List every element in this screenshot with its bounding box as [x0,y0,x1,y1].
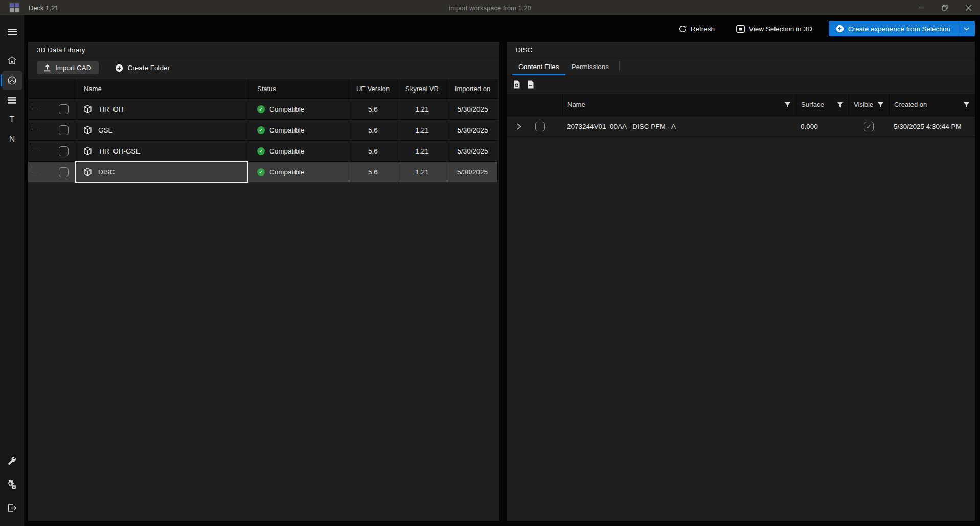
plus-circle-icon [115,64,123,72]
filter-icon[interactable] [837,102,844,108]
library-panel-title: 3D Data Library [28,42,499,58]
row-ue-version: 5.6 [349,120,397,140]
create-folder-button[interactable]: Create Folder [112,61,173,75]
view-selection-3d-label: View Selection in 3D [749,25,812,33]
row-name: TIR_OH-GSE [98,147,141,155]
sidebar-item-tools[interactable] [2,451,22,470]
sidebar-item-list[interactable] [2,91,22,109]
tab-permissions[interactable]: Permissions [565,59,616,75]
restore-button[interactable] [933,0,956,15]
create-experience-button[interactable]: Create experience from Selection [829,21,958,36]
app-logo-icon [9,2,20,13]
sidebar-item-logout[interactable] [2,498,22,517]
status-badge: ✓ Compatible [257,168,304,176]
sidebar-item-n-label: N [9,135,15,144]
row-checkbox[interactable] [59,146,69,156]
3d-sphere-icon [8,76,16,85]
table-row[interactable]: TIR_OH ✓ Compatible 5.6 1.21 5/30/2025 [28,98,498,119]
status-badge: ✓ Compatible [257,147,304,155]
import-cad-label: Import CAD [55,64,92,72]
row-skyreal-vr: 1.21 [397,99,447,119]
tree-guide [32,124,37,130]
row-ue-version: 5.6 [349,162,397,182]
window-controls [909,0,980,15]
compatible-check-icon: ✓ [257,147,265,155]
row-ue-version: 5.6 [349,141,397,161]
viewport-icon [736,25,745,33]
col-status[interactable]: Status [248,79,349,98]
close-button[interactable] [956,0,980,15]
remove-file-icon[interactable] [527,80,534,89]
cad-model-icon [84,168,92,176]
action-bar: Refresh View Selection in 3D Create expe… [24,15,980,42]
detail-panel: DISC Content Files Permissions [507,42,975,521]
filter-icon[interactable] [963,102,970,108]
tree-guide [32,103,37,109]
content-files-table: Name Surface Visible Created on [507,94,975,137]
minimize-button[interactable] [909,0,933,15]
content-file-surface: 0.000 [796,116,849,137]
sidebar: T N [0,15,24,526]
app-title: Deck 1.21 [29,4,59,12]
library-actions: Import CAD Create Folder [28,58,499,77]
refresh-icon [679,25,687,33]
sidebar-item-settings[interactable] [2,475,22,493]
sidebar-item-n[interactable]: N [2,130,22,148]
expand-row-button[interactable] [507,116,531,137]
app-window: Deck 1.21 import workspace from 1.20 [0,0,980,526]
col-surface[interactable]: Surface [801,101,824,108]
sidebar-bottom [0,451,24,522]
content-file-name: 2073244V01_00AA - DISC PFM - A [562,116,796,137]
row-checkbox[interactable] [59,125,69,135]
row-skyreal-vr: 1.21 [397,141,447,161]
compatible-check-icon: ✓ [257,105,265,113]
sidebar-item-3d-data[interactable] [2,71,22,90]
refresh-label: Refresh [691,25,715,33]
view-selection-3d-button[interactable]: View Selection in 3D [731,22,817,36]
col-visible[interactable]: Visible [854,101,873,108]
status-badge: ✓ Compatible [257,126,304,134]
create-folder-label: Create Folder [128,64,170,72]
col-skyreal-vr[interactable]: Skyreal VR [397,79,447,98]
col-ue-version[interactable]: UE Version [349,79,397,98]
row-imported-on: 5/30/2025 [447,120,498,140]
content-files-header: Name Surface Visible Created on [507,94,975,116]
table-row[interactable]: GSE ✓ Compatible 5.6 1.21 5/30/2025 [28,119,498,140]
home-icon [8,56,16,64]
chevron-down-icon [964,27,969,31]
create-experience-dropdown[interactable] [958,21,975,36]
col-created-on[interactable]: Created on [894,101,927,108]
cad-model-icon [84,105,92,113]
row-name: TIR_OH [98,105,124,113]
sidebar-item-t[interactable]: T [2,111,22,129]
row-checkbox[interactable] [59,104,69,114]
refresh-button[interactable]: Refresh [674,22,720,36]
library-panel: 3D Data Library Import CAD Create Folder [28,42,499,521]
col-name[interactable]: Name [75,79,248,98]
table-row[interactable]: TIR_OH-GSE ✓ Compatible 5.6 1.21 5/30/20… [28,140,498,161]
sidebar-item-home[interactable] [2,51,22,70]
menu-toggle-icon[interactable] [2,23,22,41]
detail-tabs: Content Files Permissions [507,58,975,76]
tab-content-files[interactable]: Content Files [512,59,565,75]
row-checkbox[interactable] [59,167,69,177]
table-row-selected[interactable]: DISC ✓ Compatible 5.6 1.21 5/30/2025 [28,161,498,182]
tab-separator [619,61,620,71]
row-ue-version: 5.6 [349,99,397,119]
content-file-row[interactable]: 2073244V01_00AA - DISC PFM - A 0.000 ✓ 5… [507,116,975,137]
chevron-right-icon [517,123,521,130]
visible-checkbox-checked[interactable]: ✓ [864,122,874,132]
row-imported-on: 5/30/2025 [447,162,498,182]
create-experience-label: Create experience from Selection [848,25,950,33]
row-checkbox[interactable] [535,122,545,132]
import-cad-button[interactable]: Import CAD [37,61,99,74]
cad-model-icon [84,147,92,155]
create-experience-split-button: Create experience from Selection [829,21,975,36]
col-imported-on[interactable]: Imported on [447,79,498,98]
detail-panel-title: DISC [507,42,975,58]
col-name[interactable]: Name [567,101,585,108]
row-imported-on: 5/30/2025 [447,141,498,161]
add-file-icon[interactable] [513,80,520,89]
filter-icon[interactable] [784,102,791,108]
filter-icon[interactable] [877,102,884,108]
